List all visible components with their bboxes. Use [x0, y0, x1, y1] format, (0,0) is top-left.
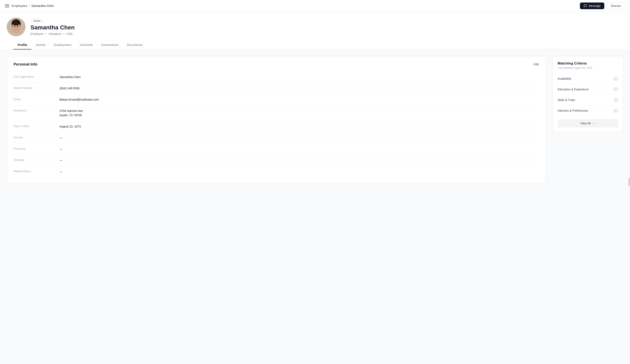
tab-employment[interactable]: Employment: [50, 40, 75, 50]
value-residence: 3704 Harmon AveAustin, TX 78705: [60, 109, 83, 118]
matching-criteria-updated: Last updated August 26, 2023: [558, 66, 618, 69]
criteria-availability-icon[interactable]: [614, 76, 618, 81]
svg-point-5: [14, 26, 15, 27]
matching-criteria-title: Matching Criteria: [558, 61, 618, 66]
nav-left: Employees / Samantha Chen: [5, 4, 54, 8]
field-marital-status: Marital Status —: [14, 166, 539, 177]
field-full-legal-name: Full Legal Name Samantha Chen: [14, 72, 539, 83]
breadcrumb-current: Samantha Chen: [31, 4, 54, 8]
section-title: Personal Info: [14, 62, 37, 66]
criteria-interests-preferences-label: Interests & Preferences: [558, 109, 588, 112]
matching-criteria-card: Matching Criteria Last updated August 26…: [552, 56, 623, 132]
svg-point-4: [12, 20, 20, 26]
tab-activity[interactable]: Activity: [32, 40, 50, 50]
tab-connections[interactable]: Connections: [97, 40, 122, 50]
value-marital-status: —: [60, 170, 62, 174]
breadcrumb-parent[interactable]: Employees: [12, 4, 27, 8]
criteria-interests-preferences-icon[interactable]: [614, 108, 618, 113]
message-label: Message: [589, 4, 600, 8]
left-panel: Personal Info Edit Full Legal Name Saman…: [7, 56, 546, 361]
view-all-arrow: →: [592, 122, 595, 125]
message-button[interactable]: Message: [580, 2, 604, 9]
criteria-interests-preferences: Interests & Preferences: [558, 106, 618, 116]
role-cna: CNA: [66, 32, 73, 36]
svg-point-6: [17, 26, 18, 27]
criteria-skills-traits-icon[interactable]: [614, 98, 618, 102]
top-navigation: Employees / Samantha Chen Message Dismis…: [0, 0, 630, 12]
edit-button[interactable]: Edit: [534, 62, 539, 66]
label-full-legal-name: Full Legal Name: [14, 75, 60, 78]
profile-roles: Employee • Caregiver • CNA: [30, 32, 75, 36]
value-mobile-number: (004) 149-5306: [60, 86, 80, 90]
message-icon: [584, 4, 587, 8]
criteria-availability: Availability: [558, 74, 618, 84]
tab-schedule[interactable]: Schedule: [76, 40, 97, 50]
avatar: [7, 18, 26, 36]
role-caregiver: Caregiver: [49, 32, 61, 36]
field-date-of-birth: Date of Birth August 23, 1973: [14, 121, 539, 132]
drag-handle[interactable]: [628, 178, 630, 186]
field-gender: Gender —: [14, 132, 539, 144]
label-marital-status: Marital Status: [14, 170, 60, 173]
main-content: Personal Info Edit Full Legal Name Saman…: [0, 50, 630, 364]
profile-tabs: Profile Activity Employment Schedule Con…: [7, 40, 623, 50]
label-date-of-birth: Date of Birth: [14, 124, 60, 128]
breadcrumb-separator: /: [29, 4, 30, 8]
view-all-button[interactable]: View All →: [558, 119, 618, 128]
criteria-skills-traits-label: Skills & Traits: [558, 98, 575, 102]
criteria-availability-label: Availability: [558, 77, 571, 80]
breadcrumb: Employees / Samantha Chen: [12, 4, 54, 8]
field-mobile-number: Mobile Number (004) 149-5306: [14, 83, 539, 94]
criteria-education-experience-label: Education & Experience: [558, 88, 589, 91]
personal-info-card: Personal Info Edit Full Legal Name Saman…: [7, 56, 546, 183]
value-pronouns: —: [60, 147, 62, 151]
section-header: Personal Info Edit: [14, 62, 539, 66]
dismiss-button[interactable]: Dismiss: [607, 2, 625, 10]
label-gender: Gender: [14, 136, 60, 139]
right-panel: Matching Criteria Last updated August 26…: [552, 56, 623, 361]
tab-documents[interactable]: Documents: [123, 40, 147, 50]
view-all-label: View All: [580, 122, 591, 125]
field-email: Email Bettye.Emard@mailinator.com: [14, 94, 539, 106]
label-pronouns: Pronouns: [14, 147, 60, 150]
criteria-skills-traits: Skills & Traits: [558, 95, 618, 106]
label-residence: Residence: [14, 109, 60, 112]
value-ethnicity: —: [60, 158, 62, 162]
role-employee: Employee: [30, 32, 44, 36]
field-residence: Residence 3704 Harmon AveAustin, TX 7870…: [14, 106, 539, 121]
field-pronouns: Pronouns —: [14, 144, 539, 155]
value-gender: —: [60, 136, 62, 140]
status-badge: Active: [30, 18, 43, 23]
profile-name: Samantha Chen: [30, 24, 75, 31]
menu-icon[interactable]: [5, 4, 9, 7]
tab-profile[interactable]: Profile: [13, 40, 32, 50]
value-full-legal-name: Samantha Chen: [60, 75, 80, 79]
label-mobile-number: Mobile Number: [14, 86, 60, 90]
value-date-of-birth: August 23, 1973: [60, 124, 81, 129]
criteria-education-experience: Education & Experience: [558, 84, 618, 95]
field-ethnicity: Ethnicity —: [14, 155, 539, 166]
label-ethnicity: Ethnicity: [14, 158, 60, 162]
label-email: Email: [14, 98, 60, 101]
value-email: Bettye.Emard@mailinator.com: [60, 98, 99, 102]
nav-right: Message Dismiss: [580, 2, 625, 10]
profile-header: Active Samantha Chen Employee • Caregive…: [0, 12, 630, 50]
profile-info: Active Samantha Chen Employee • Caregive…: [30, 18, 75, 36]
criteria-education-experience-icon[interactable]: [614, 87, 618, 92]
